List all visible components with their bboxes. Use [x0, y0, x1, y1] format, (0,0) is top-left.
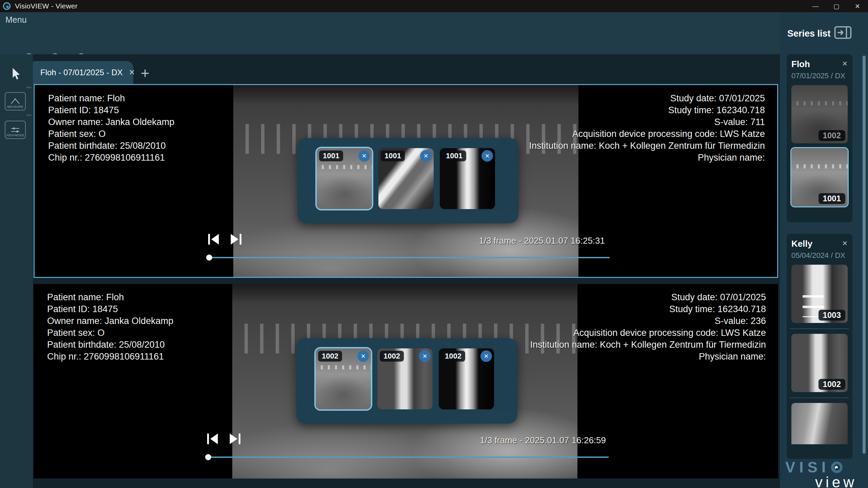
- frame-playback-controls: [207, 233, 243, 246]
- measure-label: MEASURE: [7, 105, 23, 108]
- viewer-area: Floh - 07/01/2025 - DX ✕ + Patient name:…: [33, 54, 780, 488]
- series-thumbnail[interactable]: 1002: [791, 85, 848, 143]
- series-thumbnail-badge: 1002: [818, 379, 845, 390]
- frame-slider[interactable]: [207, 255, 610, 261]
- frame-info-text: 1/3 frame - 2025.01.07 16:25:31: [479, 236, 605, 246]
- popup-thumbnail[interactable]: 1001 ✕: [378, 148, 434, 209]
- series-thumbnail[interactable]: 1002: [791, 334, 848, 392]
- advanced-tools-button[interactable]: ADVANCED: [5, 121, 26, 139]
- previous-frame-button[interactable]: [206, 432, 220, 445]
- series-thumbnail[interactable]: [791, 403, 848, 444]
- tab-bar: Floh - 07/01/2025 - DX ✕ +: [33, 54, 780, 84]
- rail-divider: [26, 115, 31, 116]
- viewport-1[interactable]: Patient name: Floh Patient ID: 18475 Own…: [34, 84, 778, 278]
- thumbnail-close-button[interactable]: ✕: [480, 350, 492, 362]
- popup-thumbnail[interactable]: 1001 ✕: [317, 148, 372, 209]
- popup-thumbnail[interactable]: 1002 ✕: [316, 348, 371, 409]
- advanced-icon: [10, 126, 20, 134]
- series-group-floh: Floh ✕ 07/01/2025 / DX 1002 1001: [787, 54, 852, 222]
- thumbnail-close-button[interactable]: ✕: [358, 150, 370, 162]
- next-frame-button[interactable]: [228, 432, 242, 445]
- series-group-meta: 07/01/2025 / DX: [791, 72, 848, 80]
- study-info-overlay: Study date: 07/01/2025 Study time: 16234…: [529, 93, 765, 164]
- thumbnail-badge: 1002: [380, 351, 404, 362]
- series-group-meta: 05/04/2024 / DX: [791, 251, 848, 260]
- eye-logo-icon: [830, 461, 843, 474]
- series-group-name: Kelly: [791, 239, 812, 249]
- series-thumbnail-badge: 1002: [818, 130, 845, 141]
- patient-info-overlay: Patient name: Floh Patient ID: 18475 Own…: [48, 93, 174, 164]
- tab-study-floh[interactable]: Floh - 07/01/2025 - DX ✕: [33, 61, 133, 84]
- measure-tools-button[interactable]: MEASURE: [5, 92, 26, 110]
- app-window: VisioVIEW - Viewer — ▢ ✕ Menu: [0, 0, 868, 488]
- series-list-scrollbar[interactable]: [863, 56, 866, 454]
- thumbnail-close-button[interactable]: ✕: [419, 350, 431, 362]
- thumbnail-badge: 1001: [442, 150, 466, 161]
- close-window-button[interactable]: ✕: [847, 0, 868, 12]
- series-thumbnail-badge: 1003: [818, 310, 845, 321]
- collapse-panel-button[interactable]: [834, 26, 852, 39]
- measure-icon: [10, 98, 20, 105]
- menu-button[interactable]: Menu: [5, 15, 27, 25]
- window-title: VisioVIEW - Viewer: [15, 2, 78, 10]
- rail-divider: [26, 87, 31, 88]
- thumbnail-badge: 1001: [319, 150, 343, 161]
- cursor-tool-icon[interactable]: [9, 67, 22, 81]
- thumbnail-close-button[interactable]: ✕: [420, 150, 432, 162]
- toolbar: 1:1 ↺ LIST: [0, 27, 868, 54]
- study-info-overlay: Study date: 07/01/2025 Study time: 16234…: [530, 291, 766, 363]
- minimize-button[interactable]: —: [805, 0, 826, 12]
- frame-slider-track[interactable]: [207, 257, 610, 258]
- series-divider: [790, 328, 849, 329]
- series-thumbnail-popup: 1001 ✕ 1001 ✕ 1001 ✕: [297, 138, 518, 223]
- popup-thumbnail[interactable]: 1002 ✕: [377, 348, 433, 409]
- tab-label: Floh - 07/01/2025 - DX: [40, 68, 123, 77]
- previous-frame-button[interactable]: [207, 233, 221, 246]
- frame-info-text: 1/3 frame - 2025.01.07 16:26:59: [480, 435, 606, 446]
- series-group-close-button[interactable]: ✕: [842, 60, 848, 68]
- brand-view-text: view: [815, 474, 863, 488]
- tab-close-icon[interactable]: ✕: [129, 68, 135, 77]
- thumbnail-close-button[interactable]: ✕: [357, 350, 369, 362]
- frame-slider-handle[interactable]: [205, 454, 211, 460]
- maximize-button[interactable]: ▢: [826, 0, 847, 12]
- frame-slider[interactable]: [206, 454, 609, 460]
- popup-thumbnail[interactable]: 1002 ✕: [439, 348, 494, 409]
- window-controls: — ▢ ✕: [805, 0, 868, 12]
- visioview-brand: VISI view: [785, 459, 863, 488]
- visioview-logo-icon: [3, 2, 11, 10]
- brand-visio-text: VISI: [785, 459, 830, 476]
- series-list-title: Series list: [787, 28, 831, 39]
- patient-info-overlay: Patient name: Floh Patient ID: 18475 Own…: [47, 291, 173, 363]
- frame-slider-handle[interactable]: [206, 255, 212, 261]
- series-thumbnail[interactable]: 1003: [791, 265, 848, 323]
- series-thumbnail-popup: 1002 ✕ 1002 ✕ 1002 ✕: [296, 338, 517, 424]
- thumbnail-badge: 1002: [318, 351, 342, 362]
- series-list-panel: Series list Floh ✕ 07/01/2025 / DX 1002 …: [780, 12, 868, 488]
- left-tool-rail: MEASURE ADVANCED: [0, 54, 33, 488]
- series-group-close-button[interactable]: ✕: [842, 239, 848, 247]
- frame-slider-track[interactable]: [206, 456, 609, 458]
- series-group-kelly: Kelly ✕ 05/04/2024 / DX 1003 1002: [787, 234, 852, 459]
- series-group-name: Floh: [791, 59, 810, 69]
- add-tab-button[interactable]: +: [141, 66, 150, 81]
- series-thumbnail-selected[interactable]: 1001: [791, 148, 848, 206]
- popup-thumbnail[interactable]: 1001 ✕: [440, 148, 495, 209]
- advanced-label: ADVANCED: [6, 134, 24, 137]
- title-bar: VisioVIEW - Viewer — ▢ ✕: [0, 0, 868, 12]
- thumbnail-badge: 1001: [381, 150, 405, 161]
- menu-bar: Menu: [0, 12, 868, 27]
- series-divider: [790, 398, 849, 398]
- viewport-2[interactable]: Patient name: Floh Patient ID: 18475 Own…: [34, 284, 778, 479]
- thumbnail-badge: 1002: [441, 351, 465, 362]
- thumbnail-close-button[interactable]: ✕: [481, 150, 493, 162]
- series-thumbnail-badge: 1001: [818, 193, 845, 204]
- frame-playback-controls: [206, 432, 242, 445]
- next-frame-button[interactable]: [229, 233, 243, 246]
